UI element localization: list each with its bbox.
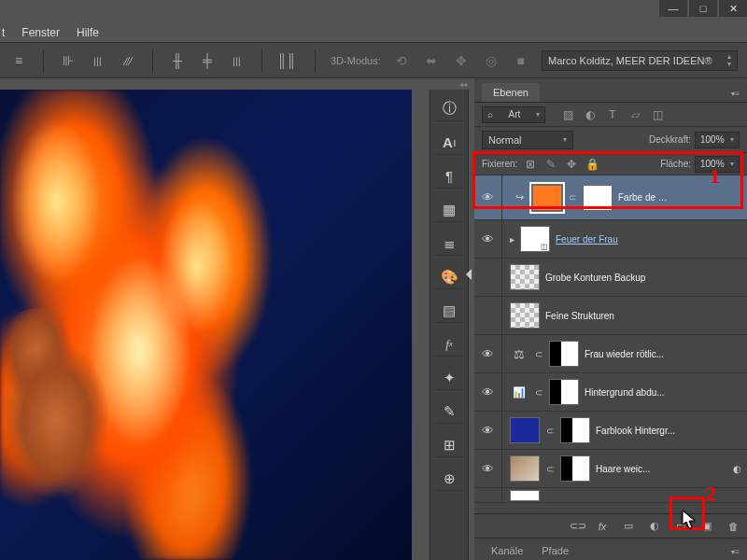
autoalign-icon[interactable]: ║║ (277, 51, 296, 70)
layer-name[interactable]: Farbe de … (618, 192, 668, 203)
layer-thumb[interactable] (510, 302, 540, 329)
blend-mode-select[interactable]: Normal ▾ (482, 131, 573, 149)
layer-mask-thumb[interactable] (560, 417, 590, 443)
filter-smart-icon[interactable]: ◫ (650, 107, 665, 122)
lock-pixel-icon[interactable]: ✎ (543, 157, 558, 172)
layer-thumb[interactable] (510, 455, 540, 482)
filter-type-icon[interactable]: T (605, 107, 620, 122)
opacity-input[interactable]: 100% ▾ (695, 132, 740, 148)
mode3d-render-icon[interactable]: ■ (512, 51, 530, 70)
align-left-icon[interactable]: ⊪ (59, 51, 78, 70)
layer-thumb[interactable] (510, 264, 540, 290)
layer-row[interactable]: 👁 ⚖ ⊂ Frau wieder rötlic... (474, 335, 747, 373)
menu-fenster[interactable]: Fenster (21, 26, 60, 39)
layer-mask-thumb[interactable] (549, 379, 579, 405)
tool-presets-icon[interactable]: ⊞ (435, 433, 463, 457)
mode3d-dolly-icon[interactable]: ✥ (452, 51, 471, 70)
new-adjustment-icon[interactable]: ◐ (648, 520, 661, 532)
visibility-toggle[interactable]: 👁 (474, 335, 502, 372)
panel-menu-icon[interactable]: ▾≡ (724, 86, 747, 102)
new-layer-icon[interactable]: ▣ (700, 520, 713, 532)
channels-tab[interactable]: Kanäle (482, 541, 532, 560)
align-center-icon[interactable]: ⫼ (89, 51, 107, 70)
link-mask-icon[interactable]: ⊂ (545, 464, 555, 474)
brushes-panel-icon[interactable]: ✎ (435, 399, 463, 424)
layer-mask-thumb[interactable] (583, 185, 613, 211)
layer-row[interactable]: 👁 ⊂ Farblook Hintergr... (474, 412, 747, 450)
color-panel-icon[interactable]: 🎨 (435, 265, 463, 289)
window-minimize-button[interactable]: — (659, 0, 687, 17)
layer-name[interactable]: Feuer der Frau (556, 234, 618, 245)
mode3d-pan-icon[interactable]: ⬌ (422, 51, 441, 70)
swatches-panel-icon[interactable]: ▦ (435, 198, 463, 222)
info-panel-icon[interactable]: ⓘ (435, 97, 463, 121)
layer-thumb[interactable]: ◫ (520, 226, 550, 252)
filter-shape-icon[interactable]: ▱ (627, 107, 642, 122)
workspace-selector[interactable]: Marco Kolditz, MEER DER IDEEN® ▴▾ (542, 50, 738, 71)
paths-tab[interactable]: Pfade (532, 541, 578, 560)
layer-thumb[interactable] (510, 490, 540, 501)
layer-row[interactable]: Grobe Konturen Backup (474, 259, 747, 297)
layer-name[interactable]: Frau wieder rötlic... (585, 349, 664, 359)
delete-layer-icon[interactable]: 🗑 (726, 521, 740, 532)
layer-row[interactable]: 👁 📊 ⊂ Hintergrund abdu... (474, 373, 747, 412)
styles-panel-icon[interactable]: fx (435, 332, 463, 357)
menu-cropped[interactable]: t (2, 26, 5, 39)
filter-adjust-icon[interactable]: ◐ (583, 107, 598, 122)
layer-fx-badge[interactable]: ◐ (733, 464, 741, 474)
visibility-toggle[interactable]: 👁 (474, 412, 502, 449)
window-maximize-button[interactable]: □ (689, 0, 717, 17)
lock-trans-icon[interactable]: ⊠ (523, 157, 538, 172)
panel-menu-icon[interactable]: ▾≡ (724, 544, 747, 560)
layer-name[interactable]: Hintergrund abdu... (585, 387, 665, 398)
clone-source-icon[interactable]: ⊕ (435, 467, 463, 491)
visibility-toggle[interactable] (474, 259, 502, 296)
visibility-toggle[interactable]: 👁 (474, 175, 502, 219)
layer-row[interactable]: 👁 ▸ ◫ Feuer der Frau (474, 220, 747, 259)
layer-row[interactable] (474, 488, 747, 503)
link-layers-icon[interactable]: ⊂⊃ (570, 520, 583, 532)
link-mask-icon[interactable]: ⊂ (545, 426, 555, 436)
link-mask-icon[interactable]: ⊂ (534, 349, 543, 359)
lock-pos-icon[interactable]: ✥ (564, 157, 579, 172)
fx-icon[interactable]: fx (596, 521, 609, 532)
visibility-toggle[interactable]: 👁 (474, 373, 502, 411)
add-mask-icon[interactable]: ▭ (622, 520, 635, 532)
lock-all-icon[interactable]: 🔒 (585, 157, 599, 172)
visibility-toggle[interactable]: 👁 (474, 450, 502, 487)
layer-name[interactable]: Grobe Konturen Backup (545, 273, 645, 283)
layer-row[interactable]: 👁 ↪ ⊂ Farbe de … (474, 175, 747, 220)
distrib-c-icon[interactable]: ⫼ (228, 51, 247, 70)
new-group-icon[interactable]: ▭ (674, 520, 687, 532)
paragraph-panel-icon[interactable]: ¶ (435, 164, 463, 189)
layer-thumb[interactable] (510, 417, 540, 443)
layers-tab[interactable]: Ebenen (482, 83, 540, 102)
layer-name[interactable]: Farblook Hintergr... (596, 426, 675, 436)
fill-input[interactable]: 100% ▾ (695, 156, 740, 173)
doc-collapse-icon[interactable]: ◂◂ (418, 78, 467, 90)
align-icon[interactable]: ≡ (9, 51, 28, 70)
nav-panel-icon[interactable]: ✦ (435, 366, 463, 390)
mode3d-orbit-icon[interactable]: ⟲ (392, 51, 411, 70)
adjustments-panel-icon[interactable]: ▤ (435, 299, 463, 323)
filter-pixel-icon[interactable]: ▨ (560, 107, 575, 122)
layer-mask-thumb[interactable] (560, 455, 590, 482)
layer-name[interactable]: Feine Strukturen (545, 311, 614, 321)
menu-hilfe[interactable]: Hilfe (77, 26, 99, 39)
visibility-toggle[interactable] (474, 297, 502, 334)
layer-thumb[interactable] (532, 185, 562, 211)
document-canvas[interactable] (0, 90, 412, 560)
layer-row[interactable]: 👁 ⊂ Haare weic... ◐ (474, 450, 747, 488)
history-panel-icon[interactable]: ≣ (435, 231, 463, 256)
layer-filter-type[interactable]: ⌕ Art ▾ (482, 106, 545, 123)
mode3d-cam-icon[interactable]: ◎ (482, 51, 500, 70)
layer-mask-thumb[interactable] (549, 341, 579, 367)
align-right-icon[interactable]: ⫻ (119, 51, 137, 70)
layer-name[interactable]: Haare weic... (596, 464, 650, 474)
link-mask-icon[interactable]: ⊂ (568, 192, 577, 203)
visibility-toggle[interactable]: 👁 (474, 220, 502, 258)
window-close-button[interactable]: ✕ (719, 0, 747, 17)
distrib-h-icon[interactable]: ╫ (168, 51, 187, 70)
character-panel-icon[interactable]: A| (435, 131, 463, 155)
layer-row[interactable]: Feine Strukturen (474, 297, 747, 335)
